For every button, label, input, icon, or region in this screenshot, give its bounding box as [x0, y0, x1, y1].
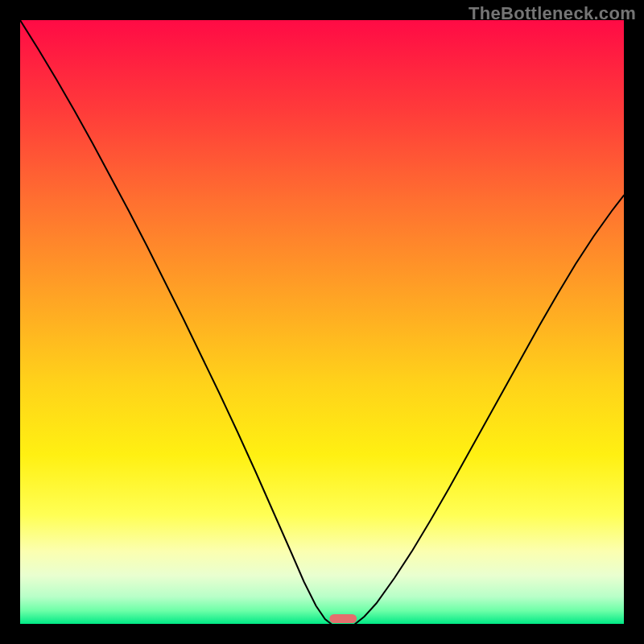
- gradient-background: [20, 20, 624, 624]
- watermark-label: TheBottleneck.com: [469, 3, 636, 24]
- chart-svg: [20, 20, 624, 624]
- bottleneck-chart: [20, 20, 624, 624]
- bottleneck-marker: [329, 614, 357, 623]
